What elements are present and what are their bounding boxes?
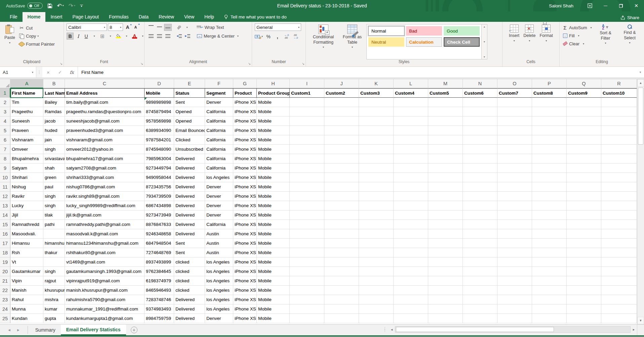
cell-I5[interactable]	[290, 126, 324, 135]
cell-Q19[interactable]	[567, 257, 601, 267]
cell-R4[interactable]	[601, 116, 637, 126]
new-sheet-button[interactable]: +	[131, 327, 137, 333]
cell-O8[interactable]	[497, 154, 532, 163]
name-box[interactable]: A1▾	[0, 67, 36, 78]
currency-dropdown-icon[interactable]: ▾	[261, 35, 263, 38]
cell-N19[interactable]	[463, 257, 497, 267]
cell-Q5[interactable]	[567, 126, 601, 135]
cell-E21[interactable]: clicked	[174, 276, 205, 286]
cell-B6[interactable]: jain	[43, 135, 65, 145]
wrap-text-button[interactable]: ↩Wrap Text	[196, 23, 224, 31]
cell-H8[interactable]: Mobile	[257, 154, 290, 163]
row-header-15[interactable]: 15	[0, 220, 10, 229]
borders-dropdown-icon[interactable]: ▾	[107, 33, 114, 40]
cell-A20[interactable]: Gautamkumar	[10, 267, 43, 276]
cell-B7[interactable]: singh	[43, 145, 65, 154]
cell-H2[interactable]: Mobile	[257, 98, 290, 107]
cell-I10[interactable]	[290, 173, 324, 182]
cell-K12[interactable]	[359, 192, 394, 201]
fill-dropdown-icon[interactable]: ▾	[578, 34, 579, 37]
cell-H21[interactable]: Mobile	[257, 276, 290, 286]
autosave-toggle[interactable]: Off	[27, 3, 42, 9]
merge-center-dropdown-icon[interactable]: ▾	[237, 35, 239, 38]
cell-L20[interactable]	[394, 267, 428, 276]
cell-F1[interactable]: Segment	[205, 88, 233, 98]
cell-P21[interactable]	[532, 276, 567, 286]
cell-J16[interactable]	[324, 229, 359, 239]
cell-O16[interactable]	[497, 229, 532, 239]
cell-D19[interactable]: 8937493899	[145, 257, 174, 267]
cell-P13[interactable]	[532, 201, 567, 210]
cell-N24[interactable]	[463, 304, 497, 314]
cell-O12[interactable]	[497, 192, 532, 201]
cell-D16[interactable]: 9246348658	[145, 229, 174, 239]
decrease-indent-button[interactable]: ◄	[175, 33, 183, 40]
cell-E18[interactable]: Sent	[174, 248, 205, 257]
align-center-button[interactable]	[156, 33, 163, 40]
cell-A6[interactable]: Vishnaram	[10, 135, 43, 145]
cell-C18[interactable]: rshthakur80@gmail.com	[65, 248, 145, 257]
cell-H19[interactable]: Mobile	[257, 257, 290, 267]
cell-C20[interactable]: gautamkumarsingh.1993@gmail.com	[65, 267, 145, 276]
cell-C6[interactable]: vishnaram@gmail.com	[65, 135, 145, 145]
cell-M22[interactable]	[428, 286, 463, 295]
cell-I6[interactable]	[290, 135, 324, 145]
cell-B19[interactable]	[43, 257, 65, 267]
tab-review[interactable]: Review	[154, 12, 179, 22]
decrease-decimal-button[interactable]: .00→.0	[292, 33, 299, 40]
cell-E24[interactable]: Delivered	[174, 304, 205, 314]
cell-F7[interactable]: California	[205, 145, 233, 154]
row-header-10[interactable]: 10	[0, 173, 10, 182]
row-header-17[interactable]: 17	[0, 239, 10, 248]
cell-P8[interactable]	[532, 154, 567, 163]
cell-C17[interactable]: himansu1234himanshu@gmail.com	[65, 239, 145, 248]
scroll-right-icon[interactable]: ►	[631, 326, 637, 333]
cell-K18[interactable]	[359, 248, 394, 257]
cell-O4[interactable]	[497, 116, 532, 126]
name-box-dropdown-icon[interactable]: ▾	[32, 71, 33, 74]
cell-A18[interactable]: Rsh	[10, 248, 43, 257]
cell-F10[interactable]: los Angeles	[205, 173, 233, 182]
cell-F3[interactable]: California	[205, 107, 233, 116]
cell-H13[interactable]: Mobile	[257, 201, 290, 210]
cell-R8[interactable]	[601, 154, 637, 163]
cell-F25[interactable]: Denver	[205, 314, 233, 323]
cell-F11[interactable]: Denver	[205, 182, 233, 192]
cell-N13[interactable]	[463, 201, 497, 210]
cell-O15[interactable]	[497, 220, 532, 229]
autosum-dropdown-icon[interactable]: ▾	[590, 26, 592, 29]
orientation-dropdown-icon[interactable]: ▾	[184, 24, 191, 31]
tab-data[interactable]: Data	[133, 12, 154, 22]
column-header-r[interactable]: R	[601, 79, 637, 88]
cell-H1[interactable]: Product Group	[257, 88, 290, 98]
sheet-tab-summary[interactable]: Summary	[30, 325, 61, 335]
insert-dropdown-icon[interactable]: ▾	[514, 39, 515, 43]
cell-R7[interactable]	[601, 145, 637, 154]
cell-B23[interactable]: mishra	[43, 295, 65, 304]
cell-P2[interactable]	[532, 98, 567, 107]
cell-J18[interactable]	[324, 248, 359, 257]
scroll-left-icon[interactable]: ◄	[389, 326, 395, 333]
cell-E4[interactable]: Opened	[174, 116, 205, 126]
cell-R19[interactable]	[601, 257, 637, 267]
cell-E15[interactable]: Delivered	[174, 220, 205, 229]
cell-G2[interactable]: iPhone XS	[233, 98, 257, 107]
cell-B14[interactable]: tilak	[43, 210, 65, 220]
column-header-p[interactable]: P	[532, 79, 567, 88]
cell-N18[interactable]	[463, 248, 497, 257]
cell-K6[interactable]	[359, 135, 394, 145]
cell-C14[interactable]: jijil.tk@gmail.com	[65, 210, 145, 220]
cell-G8[interactable]: iPhone XS	[233, 154, 257, 163]
percent-style-button[interactable]: %	[265, 33, 272, 40]
cell-B25[interactable]: gupta	[43, 314, 65, 323]
cell-D3[interactable]: 8745879494	[145, 107, 174, 116]
column-header-f[interactable]: F	[205, 79, 233, 88]
redo-button[interactable]: ↷▾	[69, 3, 75, 9]
cell-K20[interactable]	[359, 267, 394, 276]
increase-indent-button[interactable]: ►	[184, 33, 191, 40]
row-header-4[interactable]: 4	[0, 116, 10, 126]
cell-O19[interactable]	[497, 257, 532, 267]
cell-D9[interactable]: 9273449794	[145, 163, 174, 173]
cell-G18[interactable]: iPhone XS	[233, 248, 257, 257]
cell-O10[interactable]	[497, 173, 532, 182]
